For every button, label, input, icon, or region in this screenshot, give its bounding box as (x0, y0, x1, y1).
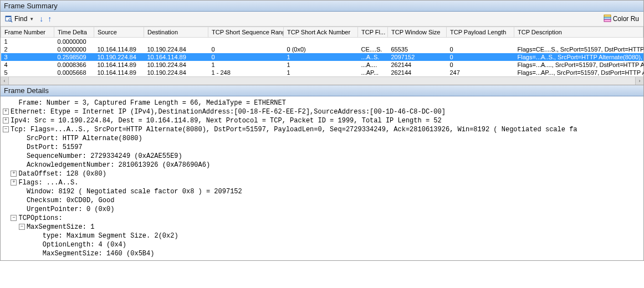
tree-indent (3, 143, 19, 152)
tree-node[interactable]: Frame: Number = 3, Captured Frame Length… (3, 99, 643, 107)
svg-rect-1 (6, 16, 11, 17)
expand-icon[interactable]: + (3, 117, 9, 124)
find-icon (5, 15, 13, 23)
color-rules-button[interactable]: Color Ru (601, 14, 641, 24)
table-row[interactable]: 30.259850910.190.224.8410.164.114.8901..… (1, 53, 643, 61)
cell-win: 262144 (388, 61, 447, 69)
tree-node-text: Tcp: Flags=...A..S., SrcPort=HTTP Altern… (11, 125, 577, 134)
table-row[interactable]: 50.000566810.164.114.8910.190.224.841 - … (1, 69, 643, 76)
cell-delta: 0.2598509 (54, 53, 94, 61)
cell-dst: 10.190.224.84 (144, 69, 208, 76)
cell-desc: Flags=CE....S., SrcPort=51597, DstPort=H… (514, 45, 643, 53)
tree-node-text: OptionLength: 4 (0x4) (43, 240, 126, 249)
cell-seq: 1 - 248 (208, 69, 284, 76)
tree-indent (3, 187, 19, 196)
expand-icon[interactable]: + (11, 171, 17, 177)
cell-dst: 10.190.224.84 (144, 45, 208, 53)
table-row[interactable]: 40.000836610.164.114.8910.190.224.8411..… (1, 61, 643, 69)
cell-pay (447, 38, 514, 46)
tree-node[interactable]: −MaxSegmentSize: 1 (3, 223, 643, 232)
cell-dst: 10.190.224.84 (144, 61, 208, 69)
tree-node-text: SequenceNumber: 2729334249 (0xA2AE55E9) (27, 152, 182, 161)
cell-seq (208, 38, 284, 46)
cell-desc (514, 38, 643, 46)
tree-node-text: Checksum: 0xCD0D, Good (27, 196, 114, 205)
tree-node[interactable]: DstPort: 51597 (3, 143, 643, 152)
tree-node[interactable]: +Ipv4: Src = 10.190.224.84, Dest = 10.16… (3, 116, 643, 125)
column-header[interactable]: TCP Fl... (358, 27, 388, 38)
column-header[interactable]: TCP Short Ack Number (284, 27, 358, 38)
column-header[interactable]: Frame Number (1, 27, 54, 38)
collapse-icon[interactable]: − (11, 215, 17, 221)
tree-node[interactable]: SrcPort: HTTP Alternate(8080) (3, 134, 643, 143)
tree-node[interactable]: +Flags: ...A..S. (3, 178, 643, 187)
table-header-row: Frame Number Time Delta Source Destinati… (1, 27, 643, 38)
tree-node[interactable]: OptionLength: 4 (0x4) (3, 240, 643, 249)
cell-src (94, 38, 144, 46)
table-row[interactable]: 10.0000000 (1, 38, 643, 46)
color-rules-icon (604, 14, 611, 24)
details-tree[interactable]: Frame: Number = 3, Captured Frame Length… (1, 96, 643, 260)
tree-node[interactable]: Checksum: 0xCD0D, Good (3, 196, 643, 205)
tree-node[interactable]: AcknowledgementNumber: 2810613926 (0xA78… (3, 161, 643, 169)
tree-node-text: Frame: Number = 3, Captured Frame Length… (18, 99, 285, 107)
svg-line-3 (11, 21, 12, 22)
cell-fl: CE....S. (358, 45, 388, 53)
tree-node-text: Ethernet: Etype = Internet IP (IPv4),Des… (11, 107, 446, 116)
cell-num: 1 (1, 38, 54, 46)
column-header[interactable]: TCP Description (514, 27, 643, 38)
frame-table[interactable]: Frame Number Time Delta Source Destinati… (1, 27, 643, 76)
cell-ack: 1 (284, 53, 358, 61)
cell-fl: ...A.... (358, 61, 388, 69)
expand-icon[interactable]: + (11, 179, 17, 186)
scroll-left-icon[interactable]: ‹ (1, 77, 9, 85)
tree-indent (3, 240, 35, 249)
cell-seq: 1 (208, 61, 284, 69)
cell-num: 5 (1, 69, 54, 76)
find-next-button[interactable]: ↓ (38, 14, 44, 23)
summary-toolbar: Find ▼ ↓ ↑ Color Ru (1, 12, 643, 27)
cell-win: 65535 (388, 45, 447, 53)
column-header[interactable]: Source (94, 27, 144, 38)
find-prev-button[interactable]: ↑ (47, 14, 53, 23)
tree-node-text: type: Maximum Segment Size. 2(0x2) (43, 232, 178, 240)
column-header[interactable]: TCP Short Sequence Range (208, 27, 284, 38)
column-header[interactable]: Time Delta (54, 27, 94, 38)
horizontal-scrollbar[interactable]: ‹ › (1, 76, 643, 85)
tree-node[interactable]: type: Maximum Segment Size. 2(0x2) (3, 232, 643, 240)
tree-indent (3, 232, 35, 240)
tree-indent (3, 178, 11, 187)
tree-node-text: MaxSegmentSize: 1 (27, 223, 94, 232)
svg-rect-4 (604, 15, 611, 17)
tree-indent (3, 214, 11, 223)
tree-node[interactable]: +DataOffset: 128 (0x80) (3, 169, 643, 178)
scroll-right-icon[interactable]: › (635, 77, 643, 85)
tree-node[interactable]: UrgentPointer: 0 (0x0) (3, 205, 643, 214)
tree-node[interactable]: Window: 8192 ( Negotiated scale factor 0… (3, 187, 643, 196)
find-label: Find (14, 15, 27, 23)
expand-icon[interactable]: + (3, 109, 9, 115)
tree-node-text: Ipv4: Src = 10.190.224.84, Dest = 10.164… (11, 116, 442, 125)
tree-node-text: SrcPort: HTTP Alternate(8080) (27, 134, 142, 143)
cell-seq: 0 (208, 45, 284, 53)
table-row[interactable]: 20.000000010.164.114.8910.190.224.8400 (… (1, 45, 643, 53)
tree-node[interactable]: −TCPOptions: (3, 214, 643, 223)
find-button[interactable]: Find ▼ (3, 14, 36, 23)
column-header[interactable]: Destination (144, 27, 208, 38)
tree-node[interactable]: +Ethernet: Etype = Internet IP (IPv4),De… (3, 107, 643, 116)
collapse-icon[interactable]: − (19, 224, 25, 230)
cell-num: 4 (1, 61, 54, 69)
cell-fl: ...A..S. (358, 53, 388, 61)
tree-indent (3, 205, 19, 214)
column-header[interactable]: TCP Window Size (388, 27, 447, 38)
tree-node[interactable]: MaxSegmentSize: 1460 (0x5B4) (3, 249, 643, 258)
tree-indent (3, 169, 11, 178)
tree-node[interactable]: −Tcp: Flags=...A..S., SrcPort=HTTP Alter… (3, 125, 643, 134)
tree-node-text: Window: 8192 ( Negotiated scale factor 0… (27, 187, 242, 196)
column-header[interactable]: TCP Payload Length (447, 27, 514, 38)
tree-indent (3, 161, 19, 169)
collapse-icon[interactable]: − (3, 126, 9, 132)
cell-src: 10.164.114.89 (94, 69, 144, 76)
cell-desc: Flags=...A...., SrcPort=51597, DstPort=H… (514, 61, 643, 69)
tree-node[interactable]: SequenceNumber: 2729334249 (0xA2AE55E9) (3, 152, 643, 161)
